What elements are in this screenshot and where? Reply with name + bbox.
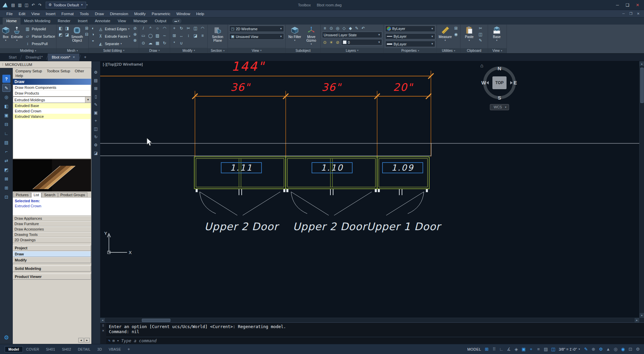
wall-lines[interactable]: [100, 143, 639, 156]
layer-off-icon[interactable]: ⊙: [328, 25, 334, 31]
layer-state-dropdown[interactable]: Unsaved Layer State ▼: [322, 32, 382, 38]
tab-drawing1[interactable]: Drawing1*: [22, 54, 47, 61]
cabinet-tag-1-09[interactable]: 1.09: [383, 163, 423, 173]
separate-button[interactable]: ◭Separate▾: [97, 40, 131, 47]
array-icon[interactable]: ⊞: [171, 33, 177, 38]
export-tool-icon[interactable]: ⊠: [2, 175, 10, 183]
dynamic-input-icon[interactable]: +: [527, 346, 534, 353]
palette-section[interactable]: Project: [13, 245, 91, 251]
ribbon-tab[interactable]: Render: [54, 17, 74, 25]
autoscale-icon[interactable]: ⊕: [590, 346, 597, 353]
menu-item[interactable]: Parametric: [149, 10, 173, 17]
no-filter-button[interactable]: No Filter ▾: [287, 25, 303, 47]
linetype-dropdown[interactable]: ByLayer ▼: [385, 33, 435, 40]
explode-icon[interactable]: *: [171, 40, 177, 46]
measure-button[interactable]: Measure ▾: [438, 25, 452, 47]
layer-freeze-icon[interactable]: ◇: [341, 25, 347, 31]
scroll-up-icon[interactable]: ▲: [640, 61, 644, 66]
smooth-object-button[interactable]: Smooth Object: [71, 25, 83, 47]
erase-icon[interactable]: ◪: [193, 33, 198, 38]
minimize-button[interactable]: ─: [612, 1, 622, 9]
workspace-gear-icon[interactable]: ⚙: [597, 346, 604, 353]
scale-icon[interactable]: ↕: [186, 33, 191, 38]
edit-icon[interactable]: ✎: [93, 102, 99, 108]
ribbon-tab[interactable]: Output: [151, 17, 170, 25]
hardware-accel-icon[interactable]: ◉: [619, 346, 627, 353]
document-icon[interactable]: ▯: [93, 94, 99, 100]
palette-command[interactable]: Draw Products: [13, 91, 91, 96]
scroll-left-icon[interactable]: ◄: [100, 318, 105, 323]
copy-clip-icon[interactable]: ◫: [478, 31, 483, 37]
match-properties-icon[interactable]: ✎: [478, 37, 483, 43]
workspace-selector[interactable]: ⚙ Toolbox Default ▼: [46, 2, 86, 8]
ribbon-tab[interactable]: Annotate: [91, 17, 114, 25]
hatch-icon[interactable]: ▨: [155, 33, 160, 38]
palette-tab[interactable]: List: [31, 192, 41, 198]
menu-item[interactable]: Tools: [77, 10, 92, 17]
display-icon[interactable]: ⊟: [2, 120, 10, 128]
ortho-icon[interactable]: ∟: [498, 346, 505, 353]
palette-section[interactable]: Product Viewer: [13, 274, 91, 280]
menu-item[interactable]: Format: [58, 10, 77, 17]
lineweight-icon[interactable]: ≡: [535, 346, 542, 353]
move-gizmo-button[interactable]: Move Gizmo ▾: [304, 25, 319, 47]
ribbon-tab[interactable]: Home: [3, 17, 21, 25]
subtract-icon[interactable]: ◑: [90, 31, 96, 37]
thicken-icon[interactable]: ⊕: [132, 31, 138, 37]
table-icon[interactable]: ⊞: [93, 85, 99, 92]
palette-tab[interactable]: Product Groups: [58, 192, 88, 197]
lineweight-dropdown[interactable]: ByLayer ▼: [385, 41, 435, 47]
menu-item[interactable]: Modify: [131, 10, 149, 17]
command-input[interactable]: [121, 338, 642, 343]
maximize-button[interactable]: ❑: [622, 1, 633, 9]
rectangle-icon[interactable]: ▭: [140, 33, 146, 38]
mesh-refine-icon[interactable]: ◧: [58, 25, 64, 31]
layout-tab[interactable]: 3D: [94, 347, 105, 352]
rotate-icon[interactable]: ↻: [178, 25, 184, 31]
snap-icon[interactable]: ⠿: [490, 346, 497, 353]
view-compass[interactable]: ⌂ N S W E TOP: [480, 63, 517, 101]
layout-tab[interactable]: SH01: [43, 347, 58, 352]
close-command-icon[interactable]: ✕: [102, 329, 105, 332]
extrude-faces-button[interactable]: ⊼Extrude Faces▾: [97, 33, 131, 40]
layer-unlock-icon[interactable]: ⊘: [335, 39, 340, 45]
dimension-row[interactable]: 36" 36" 20": [192, 81, 431, 157]
menu-item[interactable]: File: [3, 10, 16, 17]
revision-cloud-icon[interactable]: ☁: [148, 40, 153, 46]
mesh-crease-icon[interactable]: ◨: [64, 25, 70, 31]
help-icon[interactable]: ?: [2, 75, 10, 83]
panel-label-modeling[interactable]: Modeling▾: [0, 48, 56, 53]
palette-command[interactable]: Draw Appliances: [13, 216, 91, 221]
spline-icon[interactable]: ∼: [162, 33, 167, 38]
wcs-dropdown[interactable]: WCS ▼: [490, 104, 509, 110]
palette-menu-item[interactable]: Toolbox Setup: [47, 69, 70, 73]
shell-icon[interactable]: ⊗: [132, 37, 138, 43]
layer-lock-icon[interactable]: ◆: [348, 25, 353, 31]
paste-button[interactable]: Paste ▾: [462, 25, 477, 47]
panel-label-view[interactable]: View▾: [228, 48, 285, 53]
panel-label-properties[interactable]: Properties▾: [384, 48, 437, 53]
menu-item[interactable]: View: [28, 10, 43, 17]
intersect-icon[interactable]: ◒: [90, 37, 96, 43]
scroll-down-icon[interactable]: ▼: [640, 313, 644, 318]
move-icon[interactable]: +: [171, 25, 177, 31]
ellipse-icon[interactable]: ◯: [148, 33, 153, 38]
helix-icon[interactable]: ↻: [162, 40, 167, 46]
model-space-toggle[interactable]: MODEL: [467, 347, 481, 351]
extrude-button[interactable]: Extrude ▾: [11, 25, 23, 47]
layer-isolate-icon[interactable]: ◎: [335, 25, 340, 31]
new-tab-button[interactable]: +: [82, 54, 88, 60]
mirror-icon[interactable]: ◫: [193, 25, 198, 31]
offset-icon[interactable]: ≡: [200, 33, 205, 38]
layer-previous-icon[interactable]: ↶: [360, 25, 366, 31]
molding-type-dropdown[interactable]: Extruded Moldings ▼: [13, 97, 91, 103]
palette-command[interactable]: Draw Accessories: [13, 226, 91, 232]
customize-icon[interactable]: ⚙: [634, 346, 641, 353]
horizontal-scroll-thumb[interactable]: [142, 319, 170, 322]
extract-edges-button[interactable]: ◬Extract Edges▾: [97, 25, 131, 32]
menu-item[interactable]: Dimension: [107, 10, 131, 17]
render-mode-icon[interactable]: ◎: [2, 93, 10, 101]
annotation-monitor-icon[interactable]: ▲: [605, 346, 612, 353]
box-button[interactable]: Box ▾: [1, 25, 10, 47]
angle-tool-icon[interactable]: ⌐: [2, 147, 10, 155]
